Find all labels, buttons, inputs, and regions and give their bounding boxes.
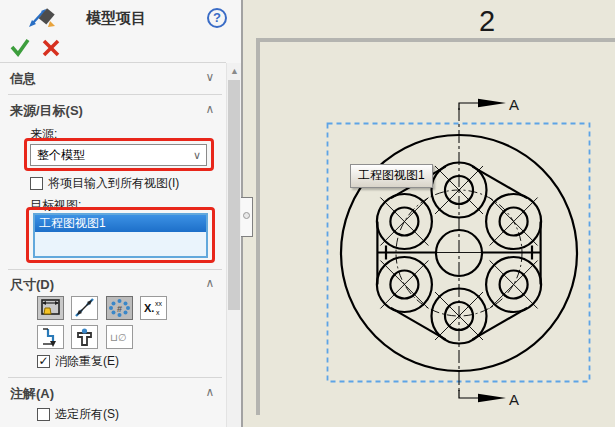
- section-dimensions[interactable]: 尺寸(D): [10, 276, 54, 294]
- handle-dot-icon: [243, 212, 250, 219]
- section-label-top: A: [509, 96, 519, 113]
- instance-count-icon: #: [108, 298, 131, 318]
- cancel-button[interactable]: [44, 41, 58, 55]
- svg-text:x: x: [156, 309, 160, 316]
- divider: [8, 269, 222, 270]
- scroll-up-arrow-icon[interactable]: ▲: [227, 63, 242, 79]
- chevron-up-icon[interactable]: ∧: [202, 385, 218, 399]
- import-all-views-checkbox[interactable]: [30, 177, 43, 190]
- section-arrow-top: [478, 99, 506, 108]
- section-label-bottom: A: [509, 391, 519, 408]
- model-items-icon: [28, 5, 56, 29]
- not-marked-for-drawing-button[interactable]: [71, 296, 98, 320]
- source-label: 来源:: [30, 126, 57, 143]
- chevron-down-icon[interactable]: ∨: [202, 70, 218, 84]
- chevron-up-icon[interactable]: ∧: [202, 276, 218, 290]
- ok-button[interactable]: [12, 40, 28, 54]
- eliminate-duplicates-label: 消除重复(E): [55, 353, 119, 370]
- target-views-listbox[interactable]: 工程图视图1: [33, 213, 208, 258]
- ordinate-dimension-button[interactable]: [37, 325, 64, 349]
- tolerance-button[interactable]: X. xx x: [140, 296, 167, 320]
- sheet-border: [258, 40, 615, 415]
- list-item-drawing-view1[interactable]: 工程图视图1: [35, 215, 206, 232]
- import-all-views-checkbox-row[interactable]: 将项目输入到所有视图(I): [30, 175, 179, 192]
- panel-header: 模型项目 ?: [0, 0, 241, 34]
- panel-title: 模型项目: [86, 9, 146, 28]
- svg-text:xx: xx: [155, 300, 163, 307]
- section-source-target[interactable]: 来源/目标(S): [10, 102, 83, 120]
- marked-for-drawing-button[interactable]: [37, 296, 64, 320]
- instance-count-button[interactable]: #: [106, 296, 133, 320]
- svg-text:#: #: [116, 304, 121, 314]
- select-all-checkbox[interactable]: [37, 408, 50, 421]
- target-views-label: 目标视图:: [30, 197, 81, 214]
- section-arrow-bottom: [478, 394, 506, 403]
- marked-for-drawing-icon: [39, 298, 62, 318]
- panel-scrollbar[interactable]: ▲: [226, 63, 241, 427]
- hole-wizard-locations-icon: [73, 327, 96, 347]
- source-dropdown[interactable]: 整个模型 ∨: [30, 144, 207, 166]
- section-info[interactable]: 信息: [10, 70, 36, 88]
- divider: [8, 94, 222, 95]
- chevron-down-icon: ∨: [193, 145, 201, 165]
- property-manager-panel: 模型项目 ? 信息 ∨ 来源/目标(S) ∧ 来源: 整个模型 ∨ 将项目输入到…: [0, 0, 243, 427]
- hole-callout-button[interactable]: ⊔∅: [106, 325, 133, 349]
- eliminate-duplicates-row[interactable]: ✓ 消除重复(E): [37, 353, 119, 370]
- svg-text:X.: X.: [144, 302, 154, 314]
- tolerance-xxx-icon: X. xx x: [142, 298, 165, 318]
- divider: [0, 62, 226, 63]
- select-all-row[interactable]: 选定所有(S): [37, 406, 119, 423]
- ordinate-dimension-icon: [39, 327, 62, 347]
- panel-collapse-handle[interactable]: [241, 197, 253, 237]
- chevron-up-icon[interactable]: ∧: [202, 102, 218, 116]
- source-dropdown-value: 整个模型: [37, 148, 85, 162]
- eliminate-duplicates-checkbox[interactable]: ✓: [37, 355, 50, 368]
- hole-callout-icon: ⊔∅: [108, 327, 131, 347]
- select-all-label: 选定所有(S): [55, 406, 119, 423]
- svg-text:⊔∅: ⊔∅: [110, 332, 127, 343]
- zone-label: 2: [479, 5, 495, 37]
- view-name-tooltip: 工程图视图1: [350, 164, 433, 188]
- import-all-views-label: 将项目输入到所有视图(I): [48, 175, 179, 192]
- not-marked-for-drawing-icon: [73, 298, 96, 318]
- solidworks-model-items-screen: { "panel": { "title": "模型项目", "help_labe…: [0, 0, 615, 427]
- section-annotations[interactable]: 注解(A): [10, 385, 54, 403]
- divider: [8, 377, 222, 378]
- scrollbar-thumb[interactable]: [228, 80, 240, 310]
- help-icon[interactable]: ?: [207, 8, 227, 28]
- hole-wizard-locations-button[interactable]: [71, 325, 98, 349]
